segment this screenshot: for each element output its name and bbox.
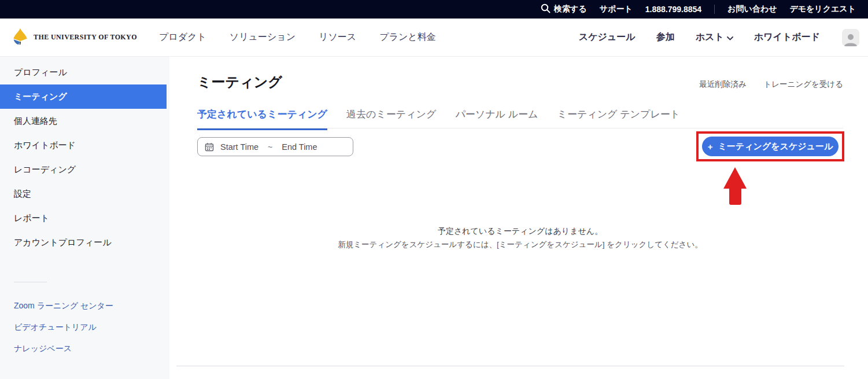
page-top-links: 最近削除済み トレーニングを受ける: [699, 79, 843, 90]
annotation-arrow-icon: [723, 167, 747, 189]
sidebar-link-learning-center[interactable]: Zoom ラーニング センター: [0, 295, 169, 317]
sidebar-divider: [14, 282, 47, 282]
end-time-placeholder: End Time: [282, 142, 317, 152]
topbar: 検索する サポート 1.888.799.8854 お問い合わせ デモをリクエスト: [0, 0, 868, 19]
schedule-meeting-button-label: ミーティングをスケジュール: [718, 141, 833, 152]
tab-meeting-templates[interactable]: ミーティング テンプレート: [557, 108, 681, 130]
sidebar-item-recordings[interactable]: レコーディング: [0, 157, 169, 182]
sidebar-link-knowledge-base[interactable]: ナレッジベース: [0, 338, 169, 359]
phone-number[interactable]: 1.888.799.8854: [645, 5, 701, 14]
chevron-down-icon: [727, 32, 733, 43]
zoom-web-portal: 検索する サポート 1.888.799.8854 お問い合わせ デモをリクエスト…: [0, 0, 868, 379]
topbar-divider: [714, 5, 715, 14]
sidebar-item-personal-contacts[interactable]: 個人連絡先: [0, 109, 169, 133]
sidebar-item-reports[interactable]: レポート: [0, 206, 169, 230]
page-title: ミーティング: [197, 73, 282, 91]
meeting-tabs: 予定されているミーティング 過去のミーティング パーソナル ルーム ミーティング…: [197, 108, 680, 130]
join-link[interactable]: 参加: [656, 31, 675, 43]
tab-upcoming-meetings[interactable]: 予定されているミーティング: [197, 108, 327, 130]
tab-previous-meetings[interactable]: 過去のミーティング: [346, 108, 436, 130]
get-training-link[interactable]: トレーニングを受ける: [763, 79, 843, 90]
host-label: ホスト: [696, 31, 724, 43]
sidebar-item-meetings[interactable]: ミーティング: [0, 84, 167, 109]
support-link[interactable]: サポート: [600, 4, 633, 14]
whiteboard-link[interactable]: ホワイトボード: [754, 31, 820, 43]
content-bottom-divider: [176, 366, 844, 366]
nav-resources[interactable]: リソース: [319, 31, 356, 43]
empty-state: 予定されているミーティングはありません。 新規ミーティングをスケジュールするには…: [197, 225, 843, 251]
sidebar-item-whiteboard[interactable]: ホワイトボード: [0, 133, 169, 157]
sidebar-item-settings[interactable]: 設定: [0, 182, 169, 206]
start-time-placeholder: Start Time: [220, 142, 258, 152]
annotation-arrow-shaft: [729, 188, 741, 205]
empty-state-line1: 予定されているミーティングはありません。: [197, 225, 843, 238]
main-nav: プロダクト ソリューション リソース プランと料金: [159, 31, 459, 43]
header: THE UNIVERSITY OF TOKYO プロダクト ソリューション リソ…: [0, 19, 868, 57]
search-icon: [541, 3, 551, 15]
ginkgo-leaf-icon: [12, 27, 29, 48]
nav-solutions[interactable]: ソリューション: [230, 31, 296, 43]
recently-deleted-link[interactable]: 最近削除済み: [699, 79, 746, 90]
date-range-input[interactable]: Start Time ~ End Time: [197, 137, 353, 156]
sidebar-item-profile[interactable]: プロフィール: [0, 60, 169, 84]
search-button[interactable]: 検索する: [541, 3, 587, 15]
sidebar-link-video-tutorials[interactable]: ビデオチュートリアル: [0, 317, 169, 338]
nav-products[interactable]: プロダクト: [159, 31, 206, 43]
request-demo-link[interactable]: デモをリクエスト: [789, 4, 856, 14]
schedule-link[interactable]: スケジュール: [579, 31, 636, 43]
tab-personal-room[interactable]: パーソナル ルーム: [455, 108, 538, 130]
empty-state-line2: 新規ミーティングをスケジュールするには、[ミーティングをスケジュール] をクリッ…: [197, 238, 843, 251]
host-menu[interactable]: ホスト: [696, 31, 733, 43]
contact-link[interactable]: お問い合わせ: [727, 4, 777, 14]
search-label: 検索する: [554, 4, 587, 14]
plus-icon: +: [708, 142, 713, 152]
nav-plans-pricing[interactable]: プランと料金: [379, 31, 436, 43]
sidebar: プロフィール ミーティング 個人連絡先 ホワイトボード レコーディング 設定 レ…: [0, 57, 169, 379]
avatar[interactable]: [842, 29, 859, 46]
sidebar-item-account-profile[interactable]: アカウントプロフィール: [0, 230, 169, 255]
university-of-tokyo-logo[interactable]: THE UNIVERSITY OF TOKYO: [12, 27, 137, 48]
schedule-meeting-button[interactable]: + ミーティングをスケジュール: [702, 137, 839, 156]
header-actions: スケジュール 参加 ホスト ホワイトボード: [558, 29, 859, 46]
date-range-separator: ~: [268, 142, 272, 152]
logo-text: THE UNIVERSITY OF TOKYO: [34, 33, 137, 42]
calendar-icon: [205, 142, 214, 152]
